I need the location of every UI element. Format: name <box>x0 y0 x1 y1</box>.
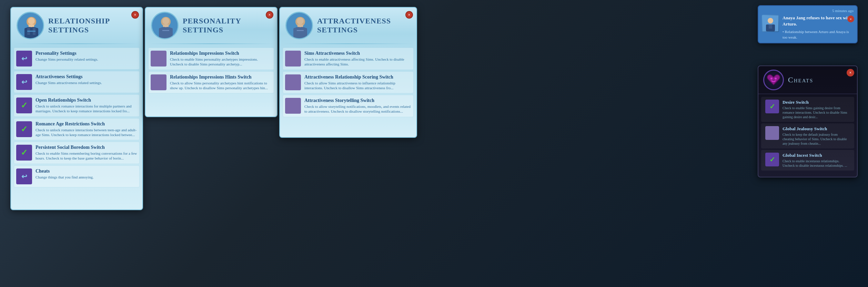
svg-rect-19 <box>297 30 304 31</box>
social-boredom-desc: Check to enable Sims remembering boring … <box>36 151 137 161</box>
relationship-close-button[interactable]: × <box>131 11 139 19</box>
personality-settings-icon <box>16 51 32 66</box>
attract-switch-text: Sims Attractiveness Switch Check to enab… <box>304 51 411 67</box>
desire-switch-title: Desire Switch <box>783 100 850 105</box>
relationship-panel-title: Relationship Settings <box>48 17 137 34</box>
attract-rel-scoring-item[interactable]: Attractiveness Relationship Scoring Swit… <box>283 71 414 94</box>
svg-rect-23 <box>769 24 772 29</box>
personality-panel-title: Personality Settings <box>183 17 271 34</box>
rel-hints-desc: Check to allow Sims personality archetyp… <box>170 81 272 91</box>
desire-switch-icon <box>765 100 779 113</box>
svg-point-6 <box>28 18 35 24</box>
desire-switch-item[interactable]: Desire Switch Check to enable Sims gaini… <box>761 97 854 122</box>
svg-point-25 <box>775 78 777 80</box>
attract-switch-item[interactable]: Sims Attractiveness Switch Check to enab… <box>283 48 414 70</box>
personality-settings-list: Relationships Impressions Switch Check t… <box>145 45 277 97</box>
attract-rel-scoring-title: Attractiveness Relationship Scoring Swit… <box>304 74 411 80</box>
attract-switch-icon <box>285 51 301 66</box>
jealousy-switch-text: Global Jealousy Switch Check to keep the… <box>783 126 850 146</box>
incest-switch-icon <box>765 153 779 166</box>
romance-age-desc: Check to unlock romance interactions bet… <box>36 127 137 137</box>
romance-age-title: Romance Age Restrictions Switch <box>36 121 137 127</box>
open-relationships-item[interactable]: Open Relationships Switch Check to unloc… <box>14 94 140 117</box>
incest-switch-title: Global Incest Switch <box>783 153 850 158</box>
cheats-close-button[interactable]: × <box>847 69 854 76</box>
attract-rel-scoring-icon <box>285 74 301 90</box>
relationship-settings-panel: Relationship Settings × Personality Sett… <box>10 7 143 210</box>
jealousy-switch-icon <box>765 126 779 140</box>
attract-storytelling-icon <box>285 98 301 114</box>
open-relationships-title: Open Relationships Switch <box>36 98 137 103</box>
rel-impressions-item[interactable]: Relationships Impressions Switch Check t… <box>148 48 274 70</box>
attractiveness-settings-text: Attractiveness Settings Change Sims attr… <box>36 74 137 85</box>
attractiveness-close-button[interactable]: × <box>405 11 413 19</box>
notification-avatar <box>762 15 779 32</box>
jealousy-switch-desc: Check to keep the default jealousy from … <box>783 132 850 146</box>
romance-age-icon <box>16 121 32 137</box>
personality-panel-header: Personality Settings × <box>145 8 277 42</box>
open-relationships-icon <box>16 98 32 113</box>
personality-settings-item[interactable]: Personality Settings Change Sims persona… <box>14 48 140 70</box>
notification-panel: 5 minutes ago Anaya Jang refuses to have… <box>758 5 858 43</box>
notification-close-button[interactable]: × <box>847 16 854 22</box>
svg-rect-16 <box>293 28 307 39</box>
attractiveness-panel-title: Attractiveness Settings <box>317 17 411 34</box>
social-boredom-text: Persistent Social Boredom Switch Check t… <box>36 145 137 161</box>
personality-settings-text: Personality Settings Change Sims persona… <box>36 51 137 62</box>
relationship-divider <box>14 43 140 44</box>
svg-point-17 <box>297 18 304 24</box>
attractiveness-divider <box>283 43 414 44</box>
rel-hints-icon <box>151 74 166 90</box>
rel-impressions-text: Relationships Impressions Switch Check t… <box>170 51 272 67</box>
desire-switch-text: Desire Switch Check to enable Sims gaini… <box>783 100 850 119</box>
personality-settings-desc: Change Sims personality related settings… <box>36 57 137 62</box>
personality-close-button[interactable]: × <box>266 11 273 19</box>
attract-storytelling-item[interactable]: Attractiveness Storytelling Switch Check… <box>283 95 414 117</box>
cheats-nav-desc: Change things that you find annoying. <box>36 175 137 180</box>
notification-main-text: Anaya Jang refuses to have sex with Artu… <box>783 15 854 27</box>
attractiveness-settings-item[interactable]: Attractiveness Settings Change Sims attr… <box>14 71 140 93</box>
svg-point-11 <box>162 18 169 24</box>
attract-switch-desc: Check to enable attractiveness affecting… <box>304 57 411 67</box>
attract-rel-scoring-desc: Check to allow Sims attractiveness to in… <box>304 81 411 91</box>
relationship-avatar <box>17 12 44 39</box>
cheats-panel-title: Cheats <box>788 75 813 84</box>
incest-switch-item[interactable]: Global Incest Switch Check to enable inc… <box>761 150 854 171</box>
notification-text-block: Anaya Jang refuses to have sex with Artu… <box>783 15 854 40</box>
attractiveness-settings-icon <box>16 74 32 90</box>
svg-point-24 <box>770 78 773 80</box>
attractiveness-avatar <box>285 12 313 39</box>
romance-age-text: Romance Age Restrictions Switch Check to… <box>36 121 137 137</box>
personality-divider <box>148 43 274 44</box>
desire-switch-desc: Check to enable Sims gaining desire from… <box>783 106 850 119</box>
cheats-nav-title: Cheats <box>36 168 137 174</box>
rel-hints-title: Relationships Impressions Hints Switch <box>170 74 272 80</box>
rel-impressions-desc: Check to enable Sims personality archety… <box>170 57 272 67</box>
social-boredom-item[interactable]: Persistent Social Boredom Switch Check t… <box>14 142 140 164</box>
attract-rel-scoring-text: Attractiveness Relationship Scoring Swit… <box>304 74 411 91</box>
jealousy-switch-item[interactable]: Global Jealousy Switch Check to keep the… <box>761 123 854 148</box>
attractiveness-settings-list: Sims Attractiveness Switch Check to enab… <box>280 45 416 121</box>
cheats-list: Desire Switch Check to enable Sims gaini… <box>758 94 857 173</box>
romance-age-item[interactable]: Romance Age Restrictions Switch Check to… <box>14 118 140 141</box>
social-boredom-icon <box>16 145 32 161</box>
notification-time: 5 minutes ago <box>762 9 854 13</box>
notification-content: Anaya Jang refuses to have sex with Artu… <box>762 15 854 40</box>
incest-switch-text: Global Incest Switch Check to enable inc… <box>783 153 850 168</box>
notification-sub-text: • Relationship between Arturo and Anaya … <box>783 29 854 40</box>
attract-storytelling-desc: Check to allow storytelling notification… <box>304 104 411 114</box>
cheats-nav-item[interactable]: Cheats Change things that you find annoy… <box>14 165 140 187</box>
rel-hints-text: Relationships Impressions Hints Switch C… <box>170 74 272 91</box>
jealousy-switch-title: Global Jealousy Switch <box>783 126 850 132</box>
personality-settings-title: Personality Settings <box>36 51 137 56</box>
rel-hints-item[interactable]: Relationships Impressions Hints Switch C… <box>148 71 274 94</box>
rel-impressions-title: Relationships Impressions Switch <box>170 51 272 56</box>
svg-rect-13 <box>162 30 169 31</box>
attract-storytelling-text: Attractiveness Storytelling Switch Check… <box>304 98 411 114</box>
relationship-settings-list: Personality Settings Change Sims persona… <box>11 45 142 191</box>
cheats-panel: Cheats × Desire Switch Check to enable S… <box>758 65 858 177</box>
personality-avatar <box>151 12 179 39</box>
cheats-nav-text: Cheats Change things that you find annoy… <box>36 168 137 180</box>
cheats-panel-header: Cheats × <box>758 66 857 94</box>
incest-switch-desc: Check to enable incestuous relationships… <box>783 159 850 168</box>
